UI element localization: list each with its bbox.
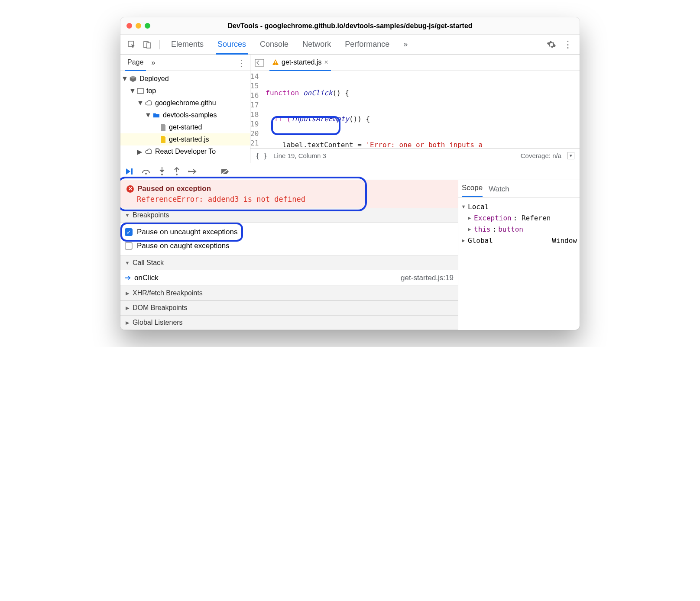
navigator-head: Page » ⋮: [120, 55, 250, 71]
tree-label: googlechrome.githu: [155, 99, 216, 107]
tab-performance[interactable]: Performance: [339, 35, 395, 55]
inspect-element-icon[interactable]: [125, 38, 139, 52]
tree-node-deployed[interactable]: ▼ Deployed: [120, 73, 250, 85]
coverage-dropdown-icon[interactable]: ▾: [567, 152, 574, 159]
editor-tabstrip: get-started.js ×: [250, 55, 580, 71]
error-badge-icon: ✕: [126, 185, 134, 193]
code-lines: function onClick() { if (inputsAreEmpty(…: [263, 71, 580, 148]
line-gutter: 1415161718192021: [250, 71, 263, 148]
navigator-tabs-overflow[interactable]: »: [149, 55, 158, 71]
separator: [209, 167, 209, 176]
scope-exception[interactable]: ▶Exception: Referen: [461, 212, 577, 223]
svg-rect-5: [275, 61, 276, 63]
pause-caught-row[interactable]: Pause on caught exceptions: [125, 239, 454, 253]
checkbox-checked-icon[interactable]: ✓: [125, 228, 133, 236]
step-over-icon[interactable]: [141, 168, 151, 175]
tree-node-top[interactable]: ▼ top: [120, 85, 250, 97]
devtools-window: DevTools - googlechrome.github.io/devtoo…: [120, 17, 580, 330]
pause-caught-label: Pause on caught exceptions: [137, 242, 230, 250]
svg-point-10: [176, 174, 178, 175]
tree-label: Deployed: [139, 75, 169, 83]
tab-console[interactable]: Console: [254, 35, 295, 55]
svg-point-8: [145, 173, 147, 174]
tree-node-react[interactable]: ▶ React Developer To: [120, 145, 250, 158]
tab-watch[interactable]: Watch: [489, 185, 509, 197]
editor-tab-label: get-started.js: [282, 58, 321, 66]
tree-label: devtools-samples: [163, 111, 217, 119]
editor-pane: get-started.js × 1415161718192021 functi…: [250, 55, 580, 163]
sources-body: Page » ⋮ ▼ Deployed ▼ top ▼ goog: [120, 55, 580, 163]
scope-local[interactable]: ▼Local: [461, 201, 577, 212]
tabs-overflow[interactable]: »: [397, 35, 414, 55]
file-icon: [160, 124, 166, 131]
pause-uncaught-label: Pause on uncaught exceptions: [137, 228, 238, 236]
resume-icon[interactable]: [125, 168, 133, 175]
stack-frame[interactable]: ➔ onClick get-started.js:19: [120, 270, 458, 286]
deactivate-breakpoints-icon[interactable]: [220, 168, 230, 175]
svg-rect-2: [147, 43, 151, 48]
current-frame-icon: ➔: [125, 273, 131, 282]
tab-elements[interactable]: Elements: [165, 35, 210, 55]
nav-back-icon[interactable]: [253, 57, 266, 68]
close-tab-icon[interactable]: ×: [324, 58, 328, 66]
js-file-icon: [160, 136, 166, 143]
tree-node-origin[interactable]: ▼ googlechrome.githu: [120, 97, 250, 109]
svg-rect-3: [137, 88, 143, 94]
section-dom[interactable]: ▶DOM Breakpoints: [120, 300, 458, 315]
svg-rect-7: [131, 168, 133, 174]
code-editor[interactable]: 1415161718192021 function onClick() { if…: [250, 71, 580, 148]
step-out-icon[interactable]: [173, 167, 180, 176]
step-icon[interactable]: [188, 168, 198, 175]
tab-network[interactable]: Network: [296, 35, 337, 55]
settings-gear-icon[interactable]: [544, 37, 559, 52]
debugger-lower: ✕ Paused on exception ReferenceError: ad…: [120, 180, 580, 330]
tree-label: React Developer To: [155, 148, 216, 155]
deployed-icon: [129, 75, 137, 83]
separator: [159, 40, 160, 49]
tree-node-folder[interactable]: ▼ devtools-samples: [120, 109, 250, 121]
debugger-toolbar: [120, 163, 580, 180]
section-xhr[interactable]: ▶XHR/fetch Breakpoints: [120, 286, 458, 300]
coverage-label: Coverage: n/a: [521, 152, 561, 159]
file-tree: ▼ Deployed ▼ top ▼ googlechrome.githu ▼: [120, 71, 250, 163]
step-into-icon[interactable]: [159, 167, 165, 176]
tree-label: top: [146, 87, 156, 95]
paused-on-exception-banner: ✕ Paused on exception ReferenceError: ad…: [120, 180, 458, 208]
pretty-print-icon[interactable]: { }: [256, 152, 267, 160]
exception-message: ReferenceError: addend3 is not defined: [137, 195, 452, 204]
tree-label: get-started: [169, 123, 202, 131]
stack-frame-name: onClick: [134, 274, 159, 282]
scope-this[interactable]: ▶this: button: [461, 223, 577, 235]
scope-global[interactable]: ▶GlobalWindow: [461, 235, 577, 246]
pause-uncaught-row[interactable]: ✓ Pause on uncaught exceptions: [125, 225, 238, 239]
debugger-left-pane: ✕ Paused on exception ReferenceError: ad…: [120, 180, 458, 330]
device-toolbar-icon[interactable]: [140, 38, 154, 52]
svg-point-11: [188, 171, 190, 172]
editor-statusbar: { } Line 19, Column 3 Coverage: n/a ▾: [250, 148, 580, 163]
section-breakpoints[interactable]: ▼Breakpoints: [120, 208, 458, 223]
navigator-tab-page[interactable]: Page: [125, 55, 146, 71]
scope-pane: Scope Watch ▼Local ▶Exception: Referen ▶…: [458, 180, 580, 330]
cloud-icon: [145, 149, 152, 155]
section-callstack[interactable]: ▼Call Stack: [120, 255, 458, 270]
tree-label: get-started.js: [169, 136, 209, 143]
svg-point-9: [161, 174, 163, 175]
editor-tab[interactable]: get-started.js ×: [269, 55, 331, 71]
tab-scope[interactable]: Scope: [462, 184, 483, 197]
scope-tabstrip: Scope Watch: [458, 180, 580, 197]
window-title: DevTools - googlechrome.github.io/devtoo…: [120, 22, 580, 30]
titlebar: DevTools - googlechrome.github.io/devtoo…: [120, 17, 580, 35]
more-menu-icon[interactable]: ⋮: [561, 36, 575, 53]
warning-icon: [272, 59, 279, 66]
navigator-menu-icon[interactable]: ⋮: [237, 58, 246, 68]
tab-sources[interactable]: Sources: [211, 35, 252, 55]
section-global-listeners[interactable]: ▶Global Listeners: [120, 315, 458, 330]
main-toolbar: Elements Sources Console Network Perform…: [120, 35, 580, 55]
checkbox-unchecked-icon[interactable]: [125, 242, 133, 250]
folder-icon: [152, 112, 160, 118]
tree-file-html[interactable]: get-started: [120, 121, 250, 133]
stack-frame-location: get-started.js:19: [401, 274, 454, 282]
tree-file-js[interactable]: get-started.js: [120, 133, 250, 145]
cursor-position: Line 19, Column 3: [273, 152, 326, 159]
cloud-icon: [145, 100, 152, 106]
